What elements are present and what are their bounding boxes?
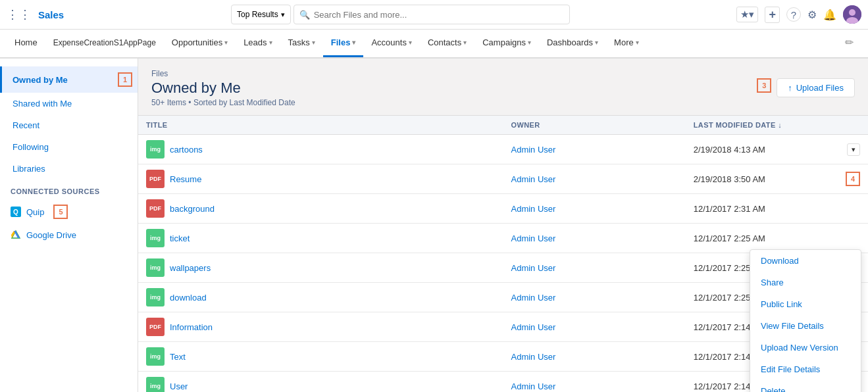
file-title-cell: PDF background (138, 194, 503, 224)
file-owner-link[interactable]: Admin User (511, 263, 556, 273)
row-action-dropdown-button[interactable]: ▾ (847, 143, 860, 156)
file-title-cell: img download (138, 283, 503, 312)
grid-icon[interactable]: ⋮⋮ (7, 7, 32, 22)
file-owner-link[interactable]: Admin User (511, 145, 556, 155)
nav-campaigns-chevron: ▾ (528, 39, 531, 46)
file-title-link[interactable]: download (170, 293, 207, 303)
file-title-link[interactable]: User (170, 381, 188, 391)
file-date-cell: 2/19/2018 3:50 AM (686, 164, 832, 194)
add-icon[interactable]: + (765, 7, 780, 23)
nav-leads-chevron: ▾ (269, 39, 272, 46)
dropdown-item-share[interactable]: Share (750, 272, 861, 293)
top-results-button[interactable]: Top Results ▾ (231, 5, 291, 24)
file-title-link[interactable]: ticket (170, 233, 190, 243)
dropdown-item-view-file-details[interactable]: View File Details (750, 315, 861, 337)
nav-campaigns[interactable]: Campaigns ▾ (474, 30, 539, 57)
file-title-cell: PDF Resume (138, 164, 503, 194)
svg-point-1 (849, 9, 855, 16)
content-header: Files Owned by Me 50+ Items • Sorted by … (138, 59, 868, 116)
file-title-cell: img ticket (138, 224, 503, 253)
file-title-link[interactable]: cartoons (170, 145, 203, 155)
table-row: img ticket Admin User 12/1/2017 2:25 AM (138, 224, 868, 253)
upload-icon: ↑ (788, 83, 792, 93)
dropdown-item-upload-new-version[interactable]: Upload New Version (750, 337, 861, 358)
dropdown-item-public-link[interactable]: Public Link (750, 293, 861, 315)
table-row: img cartoons Admin User 2/19/2018 4:13 A… (138, 135, 868, 164)
file-title-link[interactable]: background (170, 204, 215, 214)
nav-opportunities[interactable]: Opportunities ▾ (164, 30, 236, 57)
help-icon[interactable]: ? (786, 7, 801, 22)
sidebar-item-quip[interactable]: Q Quip 5 (0, 199, 138, 224)
file-title-cell: img Text (138, 342, 503, 372)
sidebar-item-owned-by-me[interactable]: Owned by Me 1 (0, 66, 138, 93)
dropdown-item-delete[interactable]: Delete (750, 380, 861, 392)
upload-files-button[interactable]: ↑ Upload Files (777, 78, 855, 97)
nav-more-chevron: ▾ (636, 39, 639, 46)
file-date-cell: 12/1/2017 2:25 AM (686, 224, 832, 253)
file-title-link[interactable]: Text (170, 352, 186, 362)
connected-sources-title: CONNECTED SOURCES (0, 180, 138, 199)
nav-accounts[interactable]: Accounts ▾ (363, 30, 419, 57)
file-owner-link[interactable]: Admin User (511, 233, 556, 243)
nav-edit-icon[interactable]: ✏ (837, 30, 861, 57)
file-title-cell: img wallpapers (138, 253, 503, 283)
file-title-cell: img cartoons (138, 135, 503, 164)
file-type-icon: img (146, 140, 165, 159)
sidebar-item-shared-with-me[interactable]: Shared with Me (0, 93, 138, 114)
file-owner-link[interactable]: Admin User (511, 381, 556, 391)
page-subtitle: 50+ Items • Sorted by Last Modified Date (151, 98, 295, 107)
top-results-chevron-icon: ▾ (281, 11, 285, 19)
file-type-icon: img (146, 347, 165, 366)
file-type-icon: img (146, 229, 165, 247)
col-date: LAST MODIFIED DATE ↓ (686, 116, 832, 135)
settings-icon[interactable]: ⚙ (807, 9, 817, 21)
file-title-cell: img User (138, 372, 503, 393)
nav-files-chevron: ▾ (352, 39, 355, 46)
app-name: Sales (38, 9, 64, 20)
file-title-cell: PDF Information (138, 312, 503, 342)
sidebar-item-google-drive[interactable]: Google Drive (0, 224, 138, 245)
nav-contacts[interactable]: Contacts ▾ (420, 30, 474, 57)
file-type-icon: PDF (146, 199, 165, 218)
file-owner-cell: Admin User (503, 283, 686, 312)
nav-expense[interactable]: ExpenseCreationS1AppPage (45, 30, 164, 57)
col-title: TITLE (138, 116, 503, 135)
file-owner-link[interactable]: Admin User (511, 322, 556, 332)
search-input[interactable] (314, 10, 564, 20)
nav-home[interactable]: Home (7, 30, 45, 57)
sidebar-item-following[interactable]: Following (0, 136, 138, 158)
file-owner-link[interactable]: Admin User (511, 174, 556, 184)
quip-icon: Q (11, 207, 21, 217)
nav-dashboards[interactable]: Dashboards ▾ (539, 30, 606, 57)
nav-accounts-chevron: ▾ (409, 39, 412, 46)
nav-more[interactable]: More ▾ (606, 30, 647, 57)
dropdown-item-download[interactable]: Download (750, 250, 861, 272)
file-title-link[interactable]: Information (170, 322, 213, 332)
user-avatar[interactable] (843, 5, 861, 24)
breadcrumb: Files (151, 69, 295, 78)
file-title-link[interactable]: wallpapers (170, 263, 211, 273)
sidebar-item-libraries[interactable]: Libraries (0, 158, 138, 180)
dropdown-item-edit-file-details[interactable]: Edit File Details (750, 358, 861, 380)
table-row: PDF Resume Admin User 2/19/2018 3:50 AM … (138, 164, 868, 194)
sidebar-item-recent[interactable]: Recent (0, 114, 138, 136)
nav-tasks[interactable]: Tasks ▾ (280, 30, 323, 57)
nav-files[interactable]: Files ▾ (323, 30, 364, 57)
row-action-cell[interactable]: ▾ (832, 135, 868, 164)
file-owner-link[interactable]: Admin User (511, 352, 556, 362)
file-owner-link[interactable]: Admin User (511, 204, 556, 214)
notifications-icon[interactable]: 🔔 (823, 9, 836, 21)
row-action-cell (832, 194, 868, 224)
file-date-cell: 2/19/2018 4:13 AM (686, 135, 832, 164)
annotation-label-5: 5 (53, 205, 68, 219)
file-owner-cell: Admin User (503, 224, 686, 253)
sidebar: Owned by Me 1 Shared with Me Recent Foll… (0, 59, 138, 392)
annotation-label-1: 1 (118, 72, 132, 87)
nav-leads[interactable]: Leads ▾ (236, 30, 280, 57)
file-type-icon: img (146, 288, 165, 306)
page-title: Owned by Me (151, 80, 295, 97)
file-title-link[interactable]: Resume (170, 174, 201, 184)
file-date-cell: 12/1/2017 2:31 AM (686, 194, 832, 224)
file-owner-link[interactable]: Admin User (511, 293, 556, 303)
favorites-icon[interactable]: ★▾ (736, 7, 758, 22)
